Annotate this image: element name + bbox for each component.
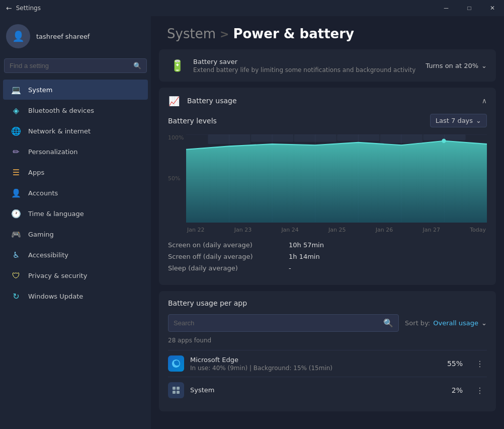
app-desc-0: In use: 40% (9min) | Background: 15% (15… (190, 365, 441, 372)
app-info-0: Microsoft EdgeIn use: 40% (9min) | Backg… (190, 356, 441, 372)
app-icon-edge (168, 355, 184, 372)
sidebar-item-label-privacy: Privacy & security (28, 272, 87, 279)
battery-usage-header[interactable]: 📈 Battery usage ∧ (159, 88, 496, 114)
sidebar-item-label-bluetooth: Bluetooth & devices (28, 107, 94, 114)
sidebar-item-network[interactable]: 🌐Network & internet (3, 121, 148, 141)
sidebar-item-label-personalization: Personalization (28, 148, 78, 156)
app-icon-system (168, 382, 184, 398)
app-search-input[interactable] (174, 319, 379, 327)
app-more-button-1[interactable]: ⋮ (473, 383, 487, 397)
maximize-button[interactable]: □ (458, 0, 481, 16)
apps-found: 28 apps found (168, 337, 487, 344)
user-profile[interactable]: 👤 tashreef shareef (0, 16, 151, 56)
svg-rect-11 (251, 134, 294, 142)
minimize-button[interactable]: ─ (435, 0, 458, 16)
battery-usage-title: Battery usage (187, 97, 237, 105)
app-usage-pct-1: 2% (452, 386, 463, 394)
battery-saver-icon: 🔋 (168, 56, 186, 75)
sidebar-search-input[interactable] (10, 62, 129, 69)
system-nav-icon: 💻 (11, 85, 21, 95)
sort-chevron: ⌄ (481, 319, 487, 327)
app-info-1: System (190, 386, 446, 395)
app-search-box[interactable]: 🔍 (168, 314, 399, 332)
battery-saver-row[interactable]: 🔋 Battery saver Extend battery life by l… (159, 49, 496, 82)
user-name: tashreef shareef (36, 33, 90, 40)
svg-rect-12 (294, 134, 337, 142)
battery-chart-svg (186, 134, 487, 223)
stat-row-2: Sleep (daily average) - (168, 262, 487, 274)
apps-nav-icon: ☰ (11, 167, 21, 177)
sidebar-item-label-network: Network & internet (28, 127, 91, 135)
sidebar-item-label-windows-update: Windows Update (28, 293, 83, 300)
svg-rect-14 (380, 134, 423, 143)
stat-row-0: Screen on (daily average) 10h 57min (168, 239, 487, 251)
sort-value: Overall usage (433, 319, 478, 327)
stat-value-1: 1h 14min (289, 253, 320, 260)
stat-label-2: Sleep (daily average) (168, 264, 289, 272)
battery-saver-right[interactable]: Turns on at 20% ⌄ (426, 62, 487, 69)
content-area: System > Power & battery 🔋 Battery saver… (151, 16, 504, 429)
x-label-6: Today (470, 227, 486, 233)
sidebar-item-windows-update[interactable]: ↻Windows Update (3, 286, 148, 306)
titlebar-title: Settings (16, 5, 41, 12)
app-search-icon: 🔍 (383, 318, 393, 328)
app-list: Microsoft EdgeIn use: 40% (9min) | Backg… (168, 350, 487, 403)
sidebar: 👤 tashreef shareef 🔍 💻System◈Bluetooth &… (0, 16, 151, 429)
gaming-nav-icon: 🎮 (11, 229, 21, 239)
sidebar-item-label-accounts: Accounts (28, 189, 58, 197)
x-label-4: Jan 26 (376, 227, 393, 233)
x-label-2: Jan 24 (281, 227, 298, 233)
period-label: Last 7 days (436, 117, 473, 124)
battery-chart-area: Battery levels Last 7 days ⌄ 100% 50% (159, 114, 496, 285)
sidebar-item-label-apps: Apps (28, 169, 44, 176)
app-usage-pct-0: 55% (447, 360, 463, 368)
svg-rect-13 (337, 134, 380, 141)
close-button[interactable]: ✕ (481, 0, 504, 16)
back-icon[interactable]: ← (6, 4, 12, 12)
period-selector[interactable]: Last 7 days ⌄ (430, 114, 487, 127)
svg-rect-18 (177, 387, 180, 390)
sidebar-item-privacy[interactable]: 🛡Privacy & security (3, 265, 148, 285)
svg-rect-10 (208, 134, 250, 144)
battery-saver-text: Battery saver Extend battery life by lim… (193, 58, 418, 74)
y-label-100: 100% (168, 134, 184, 141)
battery-usage-collapse-icon: ∧ (482, 97, 487, 105)
section-header-left: 📈 Battery usage (168, 95, 237, 107)
x-label-5: Jan 27 (423, 227, 440, 233)
sidebar-item-accessibility[interactable]: ♿Accessibility (3, 245, 148, 265)
svg-marker-9 (186, 141, 487, 223)
sidebar-item-personalization[interactable]: ✏️Personalization (3, 141, 148, 162)
time-nav-icon: 🕐 (11, 208, 21, 219)
sidebar-item-gaming[interactable]: 🎮Gaming (3, 224, 148, 244)
sidebar-item-bluetooth[interactable]: ◈Bluetooth & devices (3, 100, 148, 120)
y-label-50: 50% (168, 175, 184, 182)
app-name-0: Microsoft Edge (190, 356, 441, 364)
network-nav-icon: 🌐 (11, 126, 21, 136)
stat-value-0: 10h 57min (289, 241, 324, 249)
x-label-3: Jan 25 (328, 227, 346, 233)
sidebar-item-accounts[interactable]: 👤Accounts (3, 183, 148, 203)
accessibility-nav-icon: ♿ (11, 250, 21, 260)
sidebar-item-label-time: Time & language (28, 210, 84, 218)
sidebar-item-apps[interactable]: ☰Apps (3, 162, 148, 182)
svg-rect-20 (177, 391, 180, 394)
sidebar-item-system[interactable]: 💻System (3, 80, 148, 100)
titlebar-controls: ─ □ ✕ (435, 0, 504, 16)
breadcrumb-current: Power & battery (233, 26, 354, 41)
stat-row-1: Screen off (daily average) 1h 14min (168, 251, 487, 262)
x-label-1: Jan 23 (234, 227, 251, 233)
stat-label-1: Screen off (daily average) (168, 253, 289, 260)
stats-section: Screen on (daily average) 10h 57min Scre… (168, 233, 487, 276)
app-usage-title: Battery usage per app (168, 299, 487, 307)
battery-usage-section: 📈 Battery usage ∧ Battery levels Last 7 … (159, 88, 496, 285)
breadcrumb-parent[interactable]: System (167, 26, 216, 41)
app-search-row: 🔍 Sort by: Overall usage ⌄ (168, 314, 487, 332)
battery-levels-header: Battery levels Last 7 days ⌄ (168, 114, 487, 127)
sidebar-item-time[interactable]: 🕐Time & language (3, 203, 148, 224)
sort-selector[interactable]: Sort by: Overall usage ⌄ (405, 319, 487, 327)
battery-saver-chevron: ⌄ (481, 62, 487, 69)
app-more-button-0[interactable]: ⋮ (473, 356, 487, 371)
sidebar-search-box[interactable]: 🔍 (4, 58, 147, 73)
svg-rect-17 (173, 387, 176, 390)
breadcrumb-sep: > (220, 28, 229, 40)
